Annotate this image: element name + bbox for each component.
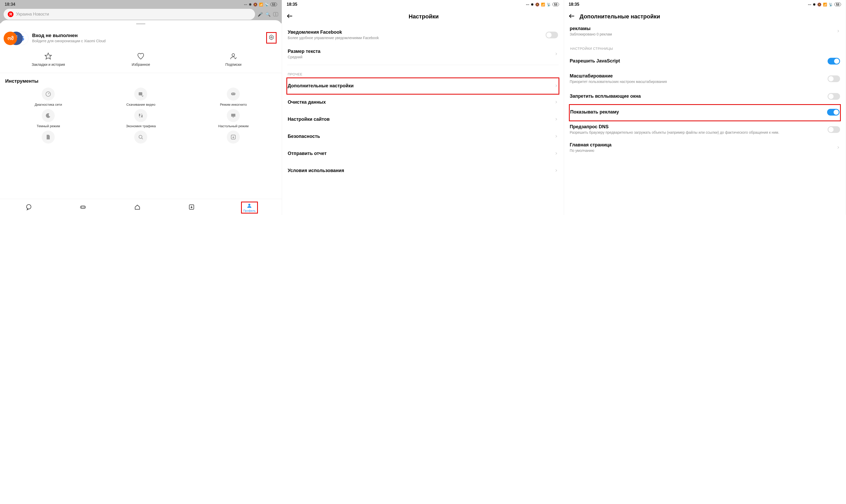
tool-video-download[interactable]: Скачивание видео [95,88,186,107]
svg-rect-11 [231,114,235,116]
row-advanced-settings[interactable]: Дополнительные настройки [286,77,559,94]
status-icons: ⋯ ✱ 🔕 📶 📡 53 [244,3,277,6]
nav-downloads[interactable] [186,202,196,213]
toggle-facebook[interactable] [545,32,558,38]
svg-marker-0 [270,35,273,40]
screen-settings: 18:35 ⋯✱🔕📶📡 53 Настройки Уведомления Fac… [282,0,564,215]
wifi-icon: 📡 [265,3,269,6]
nav-comment[interactable] [24,202,34,213]
toggle-dns-prefetch[interactable] [828,126,840,133]
row-facebook-notifications[interactable]: Уведомления Facebook Более удобное управ… [287,25,559,44]
tool-desktop-mode[interactable]: Настольный режим [188,109,279,128]
tool-dark-mode[interactable]: Темный режим [3,109,94,128]
quick-actions: Закладки и история Избранное Подписки [0,50,282,73]
page-title: Настройки [298,13,550,20]
video-download-icon [138,91,144,97]
login-row[interactable]: G f ომ Вход не выполнен Войдите для синх… [0,27,282,50]
tool-extra-3[interactable] [188,131,279,146]
login-title: Вход не выполнен [32,33,263,38]
tool-extra-2[interactable] [95,131,186,146]
bottom-nav: Профиль [0,199,282,215]
battery-icon: 53 [270,3,277,6]
toggle-javascript[interactable] [828,58,840,65]
nav-home[interactable] [132,202,142,213]
svg-rect-17 [80,206,86,209]
app-header: Дополнительные настройки [564,8,846,22]
sheet-handle[interactable] [136,23,145,24]
profile-sheet: G f ომ Вход не выполнен Войдите для синх… [0,20,282,146]
nav-games[interactable] [78,202,88,213]
status-time: 18:34 [5,2,15,7]
row-javascript[interactable]: Разрешить JavaScript [570,53,840,70]
chevron-right-icon [554,83,558,89]
section-page-settings: НАСТРОЙКИ СТРАНИЦЫ [570,40,840,53]
back-button[interactable] [286,13,293,21]
tool-data-saver[interactable]: Экономия трафика [95,109,186,128]
row-clear-data[interactable]: Очистка данных [287,94,559,111]
section-other: ПРОЧЕЕ [287,66,559,78]
home-icon [134,204,141,211]
find-icon [138,134,144,140]
voice-icon[interactable]: 🎤 [258,12,263,17]
login-avatars: G f ომ [5,30,29,46]
yandex-icon: Я [8,12,14,17]
row-text-size[interactable]: Размер текста Средний [287,44,559,64]
status-time: 18:35 [569,2,579,7]
settings-button[interactable] [266,32,276,43]
svg-point-1 [271,37,272,38]
mask-icon [230,91,236,97]
settings-list: Уведомления Facebook Более удобное управ… [282,25,564,179]
svg-marker-2 [45,53,52,59]
tabs-icon[interactable]: 1 [273,12,278,16]
search-placeholder: Украина Новости [16,12,49,17]
settings-list: рекламы Заблокировано 0 реклам НАСТРОЙКИ… [564,22,846,157]
download-icon [188,204,195,211]
status-bar: 18:35 ⋯✱🔕📶📡 53 [282,0,564,8]
row-site-settings[interactable]: Настройки сайтов [287,111,559,128]
row-show-ads[interactable]: Показывать рекламу [569,104,841,121]
row-security[interactable]: Безопасность [287,128,559,145]
toggle-zoom[interactable] [828,75,840,82]
bookmarks-button[interactable]: Закладки и история [3,52,94,67]
page-title: Дополнительные настройки [579,13,842,20]
svg-point-19 [84,207,84,207]
gamepad-icon [79,204,86,211]
row-terms[interactable]: Условия использования [287,162,559,179]
row-dns-prefetch[interactable]: Предзапрос DNS Разрешить браузеру предва… [570,121,840,139]
status-icons: ⋯✱🔕📶📡 53 [526,3,559,6]
profile-icon [247,203,252,209]
row-homepage[interactable]: Главная страница По умолчанию [570,139,840,157]
tools-header: Инструменты [0,73,282,88]
nav-profile[interactable]: Профиль [241,202,258,214]
bluetooth-icon: ✱ [249,3,252,6]
favorites-button[interactable]: Избранное [95,52,186,67]
row-zoom[interactable]: Масштабирование Приоритет пользовательск… [570,70,840,88]
back-button[interactable] [568,13,575,21]
svg-point-13 [139,135,142,138]
row-ad-blocker-truncated[interactable]: рекламы Заблокировано 0 реклам [570,22,840,40]
svg-rect-5 [139,92,142,95]
row-popups[interactable]: Запретить всплывающие окна [570,88,840,105]
toggle-show-ads[interactable] [827,109,840,115]
svg-point-18 [82,207,82,207]
status-bar: 18:34 ⋯ ✱ 🔕 📶 📡 53 [0,0,282,8]
search-icon[interactable]: 🔍 [265,12,271,17]
tools-grid: Диагностика сети Скачивание видео Режим … [0,88,282,146]
xiaomi-icon: ომ [4,32,17,45]
gauge-icon [45,91,51,97]
svg-point-3 [232,54,235,56]
tool-network-diag[interactable]: Диагностика сети [3,88,94,107]
chevron-right-icon [554,51,558,57]
desktop-icon [230,112,236,119]
person-check-icon [229,52,237,60]
toggle-popups[interactable] [828,93,840,100]
star-icon [44,52,52,60]
tool-incognito[interactable]: Режим инкогнито [188,88,279,107]
search-bar[interactable]: Я Украина Новости [4,9,255,20]
row-send-report[interactable]: Отправить отчет [287,145,559,162]
login-subtitle: Войдите для синхронизации с Xiaomi Cloud [32,39,263,43]
svg-point-7 [234,93,235,94]
screen-profile-drawer: 18:34 ⋯ ✱ 🔕 📶 📡 53 Я Украина Новости 🎤 🔍… [0,0,282,215]
tool-extra-1[interactable] [3,131,94,146]
subscriptions-button[interactable]: Подписки [188,52,279,67]
